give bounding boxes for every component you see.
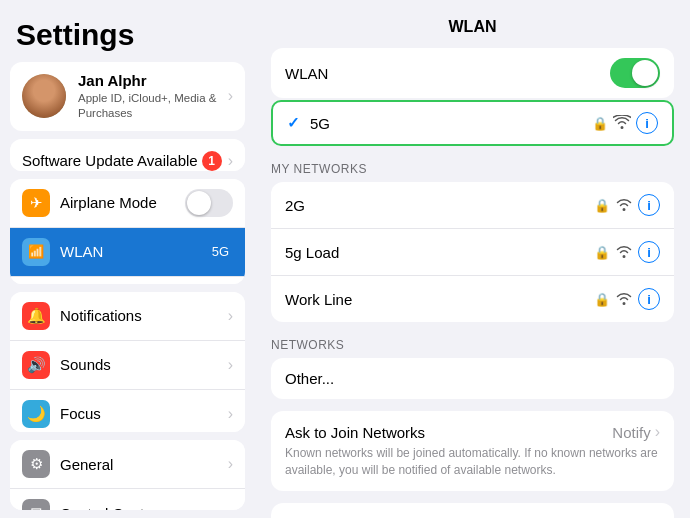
my-networks-card: 2G 🔒 i 5g Load 🔒 — [271, 182, 674, 322]
wlan-label: WLAN — [60, 243, 212, 260]
lock-icon: 🔒 — [592, 116, 608, 131]
main-content: WLAN WLAN ✓ 5G 🔒 i MY NETWORKS — [255, 0, 690, 518]
profile-row[interactable]: Jan Alphr Apple ID, iCloud+, Media & Pur… — [10, 62, 245, 131]
sounds-label: Sounds — [60, 356, 228, 373]
system-group: ⚙ General › ⊞ Control Center › — [10, 440, 245, 510]
control-center-label: Control Center — [60, 505, 228, 510]
update-chevron: › — [228, 152, 233, 170]
ask-to-join-block: Ask to Join Networks Notify › Known netw… — [271, 411, 674, 491]
wlan-toggle-row: WLAN — [271, 48, 674, 98]
wifi-workline-icon — [615, 291, 633, 308]
avatar — [22, 74, 66, 118]
lock-workline-icon: 🔒 — [594, 292, 610, 307]
connected-network-name: 5G — [310, 115, 592, 132]
other-label: Other... — [285, 370, 334, 387]
general-icon: ⚙ — [22, 450, 50, 478]
sidebar-item-general[interactable]: ⚙ General › — [10, 440, 245, 489]
settings-title: Settings — [0, 0, 255, 62]
ask-to-join-desc: Known networks will be joined automatica… — [285, 445, 660, 479]
update-badge: 1 — [202, 151, 222, 171]
ask-to-join-header[interactable]: Ask to Join Networks Notify › — [285, 423, 660, 441]
network-2g-label: 2G — [285, 197, 594, 214]
ask-to-join-value: Notify — [612, 424, 650, 441]
sidebar: Settings Jan Alphr Apple ID, iCloud+, Me… — [0, 0, 255, 518]
auto-join-block: Auto-Join Hotspot Ask to Join › Allow th… — [271, 503, 674, 518]
network-workline-label: Work Line — [285, 291, 594, 308]
control-center-icon: ⊞ — [22, 499, 50, 510]
focus-label: Focus — [60, 405, 228, 422]
wlan-toggle-label: WLAN — [285, 65, 610, 82]
sidebar-item-control-center[interactable]: ⊞ Control Center › — [10, 489, 245, 510]
sidebar-item-wlan[interactable]: 📶 WLAN 5G — [10, 228, 245, 277]
sounds-icon: 🔊 — [22, 351, 50, 379]
my-networks-header: MY NETWORKS — [271, 158, 674, 176]
ask-to-join-chevron: › — [655, 423, 660, 441]
auto-join-chevron: › — [655, 515, 660, 518]
connected-checkmark: ✓ — [287, 114, 300, 132]
sidebar-item-airplane-mode[interactable]: ✈ Airplane Mode — [10, 179, 245, 228]
connected-network-row[interactable]: ✓ 5G 🔒 i — [271, 100, 674, 146]
notifications-icon: 🔔 — [22, 302, 50, 330]
airplane-mode-label: Airplane Mode — [60, 194, 185, 211]
network-workline-row[interactable]: Work Line 🔒 i — [271, 276, 674, 322]
software-update-row[interactable]: Software Update Available 1 › — [10, 139, 245, 171]
network-2g-info-button[interactable]: i — [638, 194, 660, 216]
wifi-2g-icon — [615, 197, 633, 214]
profile-subtitle: Apple ID, iCloud+, Media & Purchases — [78, 91, 228, 121]
profile-name: Jan Alphr — [78, 72, 228, 89]
general-label: General — [60, 456, 228, 473]
wifi-signal-icon — [613, 115, 631, 132]
network-workline-info-button[interactable]: i — [638, 288, 660, 310]
profile-chevron: › — [228, 87, 233, 105]
sidebar-item-sounds[interactable]: 🔊 Sounds › — [10, 341, 245, 390]
focus-icon: 🌙 — [22, 400, 50, 428]
lock-2g-icon: 🔒 — [594, 198, 610, 213]
other-networks-row[interactable]: Other... — [271, 358, 674, 399]
network-2g-row[interactable]: 2G 🔒 i — [271, 182, 674, 229]
network-5gload-row[interactable]: 5g Load 🔒 i — [271, 229, 674, 276]
general-chevron: › — [228, 455, 233, 473]
networks-header: NETWORKS — [271, 334, 674, 352]
profile-info: Jan Alphr Apple ID, iCloud+, Media & Pur… — [78, 72, 228, 121]
lock-5gload-icon: 🔒 — [594, 245, 610, 260]
airplane-mode-icon: ✈ — [22, 189, 50, 217]
wlan-icon: 📶 — [22, 238, 50, 266]
airplane-mode-toggle[interactable] — [185, 189, 233, 217]
wlan-toggle-knob — [632, 60, 658, 86]
sidebar-item-bluetooth[interactable]: B Bluetooth Not Connected — [10, 277, 245, 284]
software-update-group: Software Update Available 1 › — [10, 139, 245, 171]
network-5gload-label: 5g Load — [285, 244, 594, 261]
focus-chevron: › — [228, 405, 233, 423]
wlan-main-toggle[interactable] — [610, 58, 660, 88]
software-update-label: Software Update Available — [22, 152, 202, 169]
preferences-group: 🔔 Notifications › 🔊 Sounds › 🌙 Focus › ⏱… — [10, 292, 245, 432]
notifications-chevron: › — [228, 307, 233, 325]
connected-info-button[interactable]: i — [636, 112, 658, 134]
network-5gload-icons: 🔒 i — [594, 241, 660, 263]
ask-to-join-label: Ask to Join Networks — [285, 424, 612, 441]
sidebar-item-notifications[interactable]: 🔔 Notifications › — [10, 292, 245, 341]
auto-join-header[interactable]: Auto-Join Hotspot Ask to Join › — [285, 515, 660, 518]
sounds-chevron: › — [228, 356, 233, 374]
network-2g-icons: 🔒 i — [594, 194, 660, 216]
wlan-value: 5G — [212, 244, 229, 259]
toggle-knob — [187, 191, 211, 215]
network-workline-icons: 🔒 i — [594, 288, 660, 310]
connected-network-icons: 🔒 i — [592, 112, 658, 134]
connectivity-group: ✈ Airplane Mode 📶 WLAN 5G B Bluetooth No… — [10, 179, 245, 284]
sidebar-item-focus[interactable]: 🌙 Focus › — [10, 390, 245, 432]
page-title: WLAN — [255, 0, 690, 48]
control-center-chevron: › — [228, 504, 233, 510]
wifi-5gload-icon — [615, 244, 633, 261]
network-5gload-info-button[interactable]: i — [638, 241, 660, 263]
notifications-label: Notifications — [60, 307, 228, 324]
